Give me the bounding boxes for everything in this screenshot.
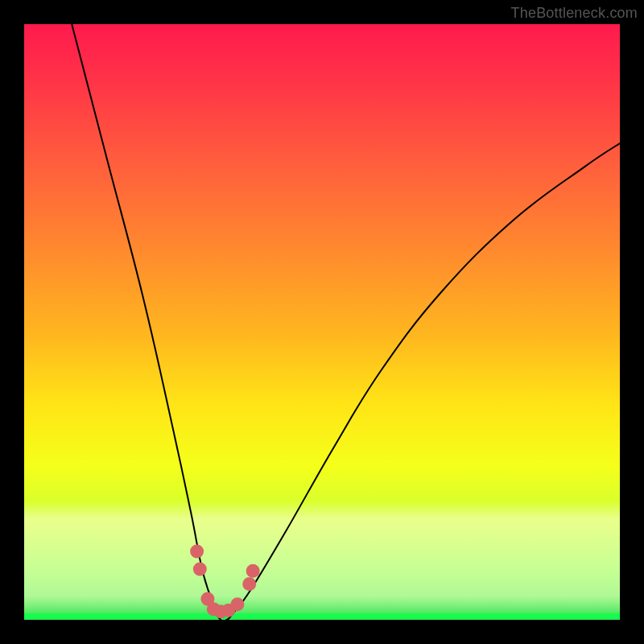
marker-dot (246, 564, 260, 578)
marker-dot (242, 577, 256, 591)
curve-layer (24, 24, 620, 620)
bottleneck-curve (72, 24, 620, 620)
marker-dot (230, 597, 244, 611)
curve-markers (190, 544, 260, 618)
marker-dot (190, 544, 204, 558)
attribution-label: TheBottleneck.com (511, 5, 638, 22)
marker-dot (193, 563, 207, 576)
plot-area (24, 24, 620, 620)
chart-frame: TheBottleneck.com (0, 0, 644, 644)
